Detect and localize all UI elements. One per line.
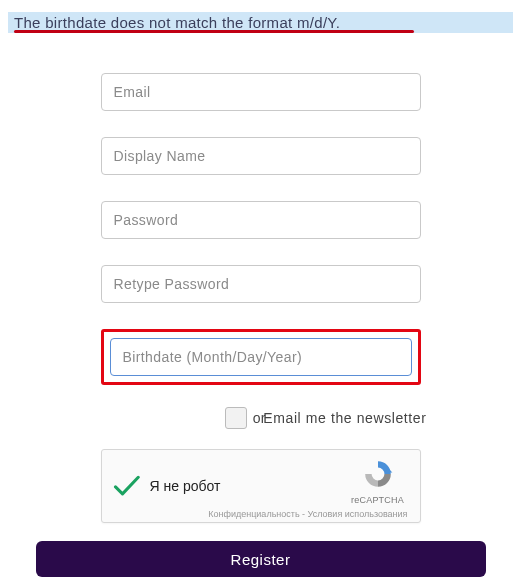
newsletter-checkbox[interactable] [225,407,247,429]
newsletter-label: Email me the newsletter [263,410,426,426]
error-banner: The birthdate does not match the format … [8,12,513,33]
display-name-field[interactable] [101,137,421,175]
checkmark-icon [112,472,140,500]
error-underline [14,30,414,33]
register-form: or Email me the newsletter Я не робот re… [101,73,421,523]
newsletter-row: or Email me the newsletter [101,407,427,429]
recaptcha-brand: reCAPTCHA [348,495,408,505]
recaptcha-logo: reCAPTCHA [348,458,408,505]
recaptcha-footer: Конфиденциальность - Условия использован… [208,509,407,519]
birthdate-field[interactable] [110,338,412,376]
password-field[interactable] [101,201,421,239]
recaptcha-icon [362,458,394,490]
retype-password-field[interactable] [101,265,421,303]
recaptcha-widget[interactable]: Я не робот reCAPTCHA Конфиденциальность … [101,449,421,523]
error-message: The birthdate does not match the format … [14,14,340,31]
recaptcha-label: Я не робот [150,478,221,494]
register-button[interactable]: Register [36,541,486,577]
email-field[interactable] [101,73,421,111]
birthdate-highlight [101,329,421,385]
